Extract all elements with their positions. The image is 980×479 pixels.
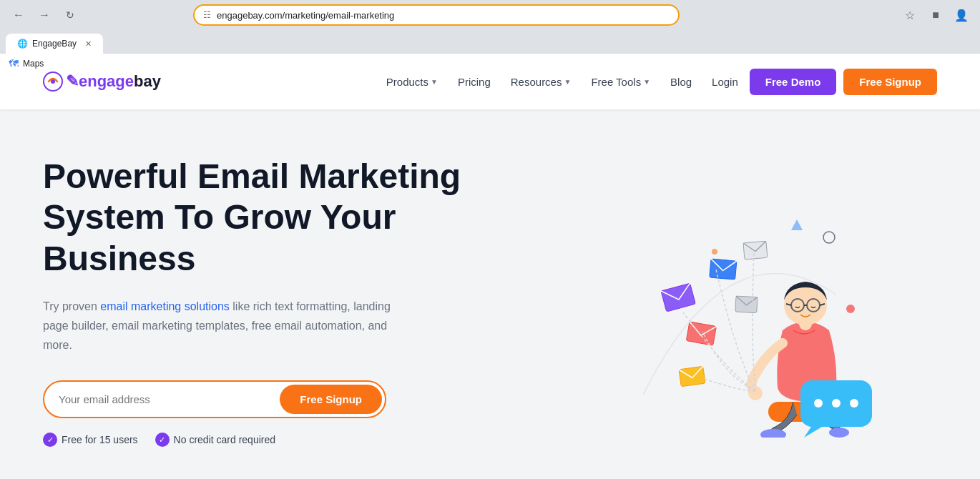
- nav-pricing[interactable]: Pricing: [458, 76, 491, 88]
- nav-blog[interactable]: Blog: [670, 76, 692, 88]
- logo-text: ✎engagebay: [66, 72, 161, 91]
- hero-section: Powerful Email Marketing System To Grow …: [0, 109, 980, 479]
- active-tab[interactable]: 🌐 EngageBay ✕: [6, 34, 103, 54]
- nav-free-tools[interactable]: Free Tools ▼: [591, 76, 650, 88]
- bookmark-button[interactable]: ☆: [900, 5, 920, 25]
- hero-subtitle: Try proven email marketing solutions lik…: [43, 297, 415, 355]
- tab-close[interactable]: ✕: [85, 39, 92, 49]
- email-marketing-link[interactable]: email marketing solutions: [100, 300, 230, 312]
- svg-point-21: [850, 399, 858, 408]
- address-bar[interactable]: ☷ engagebay.com/marketing/email-marketin…: [193, 4, 680, 26]
- check-icon-2: ✓: [155, 433, 170, 447]
- blog-label: Blog: [670, 76, 692, 88]
- url-text: engagebay.com/marketing/email-marketing: [217, 10, 670, 21]
- svg-rect-26: [679, 366, 705, 386]
- svg-point-20: [832, 399, 841, 408]
- svg-marker-5: [791, 219, 803, 230]
- nav-links: Products ▼ Pricing Resources ▼ Free Tool…: [386, 76, 692, 88]
- tab-favicon: 🌐: [17, 39, 28, 49]
- signup-form: Free Signup: [43, 380, 386, 418]
- trust-badge-free: ✓ Free for 15 users: [43, 433, 138, 447]
- page: ✎engagebay Products ▼ Pricing Resources …: [0, 54, 980, 479]
- svg-rect-22: [661, 283, 695, 312]
- signup-form-button[interactable]: Free Signup: [280, 385, 382, 414]
- products-chevron: ▼: [431, 78, 438, 86]
- illustration-wrapper: [586, 166, 886, 438]
- free-tools-label: Free Tools: [591, 76, 641, 88]
- profile-button[interactable]: 👤: [951, 5, 971, 25]
- hero-svg: [586, 166, 886, 438]
- badge-free-text: Free for 15 users: [62, 434, 138, 445]
- forward-button[interactable]: →: [34, 5, 54, 25]
- free-signup-nav-button[interactable]: Free Signup: [843, 69, 937, 95]
- nav-products[interactable]: Products ▼: [386, 76, 438, 88]
- trust-badge-no-card: ✓ No credit card required: [155, 433, 275, 447]
- svg-point-1: [51, 79, 55, 84]
- svg-point-2: [823, 232, 835, 243]
- maps-icon: 🗺: [9, 58, 19, 69]
- products-label: Products: [386, 76, 428, 88]
- pricing-label: Pricing: [458, 76, 491, 88]
- svg-point-9: [829, 428, 849, 438]
- svg-rect-25: [686, 322, 716, 345]
- extensions-button[interactable]: ■: [926, 5, 946, 25]
- site-icon: ☷: [203, 10, 211, 20]
- hero-illustration: [535, 152, 938, 452]
- resources-chevron: ▼: [564, 78, 571, 86]
- reload-button[interactable]: ↻: [60, 5, 80, 25]
- hero-title: Powerful Email Marketing System To Grow …: [43, 156, 506, 280]
- tab-title: EngageBay: [32, 39, 77, 49]
- logo-icon: [43, 71, 63, 92]
- maps-label[interactable]: Maps: [23, 59, 44, 69]
- browser-tabs: 🌐 EngageBay ✕: [0, 30, 980, 54]
- resources-label: Resources: [511, 76, 562, 88]
- trust-badges: ✓ Free for 15 users ✓ No credit card req…: [43, 433, 506, 447]
- browser-chrome: ← → ↻ ☷ engagebay.com/marketing/email-ma…: [0, 0, 980, 54]
- svg-point-4: [846, 305, 855, 313]
- logo[interactable]: ✎engagebay: [43, 71, 161, 92]
- svg-point-3: [712, 249, 717, 255]
- nav-resources[interactable]: Resources ▼: [511, 76, 572, 88]
- hero-content: Powerful Email Marketing System To Grow …: [43, 156, 535, 447]
- email-input[interactable]: [59, 393, 280, 405]
- svg-point-19: [814, 399, 823, 408]
- free-demo-button[interactable]: Free Demo: [750, 69, 837, 95]
- free-tools-chevron: ▼: [643, 78, 650, 86]
- back-button[interactable]: ←: [9, 5, 29, 25]
- check-icon-1: ✓: [43, 433, 57, 447]
- login-link[interactable]: Login: [712, 76, 738, 88]
- navbar: ✎engagebay Products ▼ Pricing Resources …: [0, 54, 980, 109]
- badge-no-card-text: No credit card required: [174, 434, 275, 445]
- browser-right-icons: ☆ ■ 👤: [900, 5, 971, 25]
- svg-point-8: [760, 429, 786, 438]
